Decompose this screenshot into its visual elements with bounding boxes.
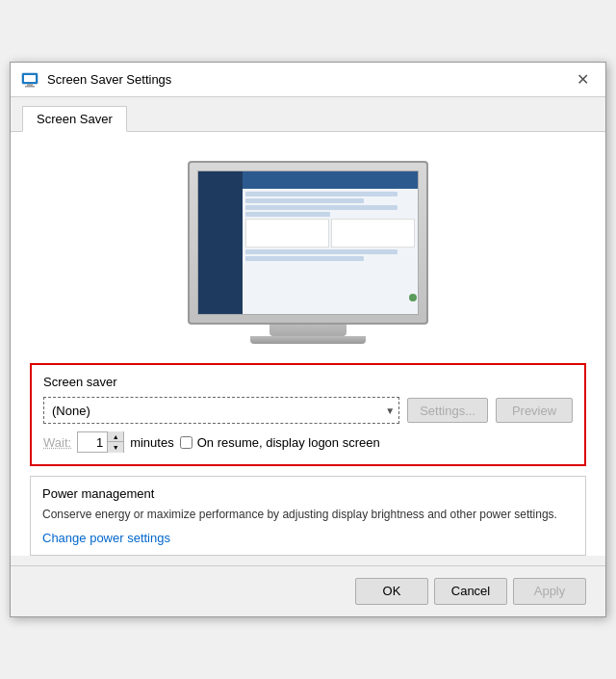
screen-row-group bbox=[245, 219, 415, 248]
wait-spinner: ▲ ▼ bbox=[77, 431, 124, 453]
screen-body bbox=[243, 189, 418, 314]
screen-topbar bbox=[243, 171, 418, 189]
logon-screen-label: On resume, display logon screen bbox=[197, 435, 380, 450]
preview-button[interactable]: Preview bbox=[496, 398, 573, 423]
tab-screen-saver[interactable]: Screen Saver bbox=[22, 106, 127, 132]
spinner-up-button[interactable]: ▲ bbox=[108, 431, 123, 442]
dropdown-row: (None) Bubbles Mystify Photos Ribbons Bl… bbox=[43, 397, 573, 424]
monitor-stand bbox=[270, 325, 346, 336]
tabs-bar: Screen Saver bbox=[11, 97, 605, 132]
window-title: Screen Saver Settings bbox=[47, 72, 171, 87]
svg-rect-2 bbox=[27, 84, 33, 86]
screen-saver-section: Screen saver (None) Bubbles Mystify Phot… bbox=[30, 363, 586, 466]
dialog-content: Screen saver (None) Bubbles Mystify Phot… bbox=[11, 132, 605, 556]
monitor-screen bbox=[197, 170, 419, 315]
ok-button[interactable]: OK bbox=[355, 578, 428, 605]
cancel-button[interactable]: Cancel bbox=[434, 578, 507, 605]
screen-saver-dropdown[interactable]: (None) Bubbles Mystify Photos Ribbons Bl… bbox=[44, 398, 398, 423]
preview-area bbox=[30, 151, 586, 363]
screen-saver-label: Screen saver bbox=[43, 375, 573, 389]
wait-value-input[interactable] bbox=[78, 432, 107, 452]
dialog-footer: OK Cancel Apply bbox=[11, 565, 605, 616]
screen-line bbox=[245, 192, 398, 196]
power-management-title: Power management bbox=[42, 486, 574, 501]
power-management-description: Conserve energy or maximize performance … bbox=[42, 507, 574, 523]
close-button[interactable]: ✕ bbox=[569, 66, 596, 93]
monitor-outer bbox=[188, 161, 428, 325]
wait-label: Wait: bbox=[43, 435, 71, 450]
screen-line bbox=[245, 198, 364, 203]
screen-preview bbox=[198, 171, 418, 314]
screen-saver-settings-dialog: Screen Saver Settings ✕ Screen Saver bbox=[10, 62, 606, 617]
window-icon bbox=[20, 70, 39, 90]
logon-screen-checkbox[interactable] bbox=[180, 436, 192, 449]
title-bar: Screen Saver Settings ✕ bbox=[11, 63, 605, 97]
minutes-label: minutes bbox=[130, 435, 174, 450]
title-bar-left: Screen Saver Settings bbox=[20, 70, 171, 90]
change-power-settings-link[interactable]: Change power settings bbox=[42, 531, 170, 545]
apply-button[interactable]: Apply bbox=[513, 578, 586, 605]
svg-rect-3 bbox=[25, 86, 35, 88]
spinner-arrows: ▲ ▼ bbox=[107, 431, 123, 453]
wait-row: Wait: ▲ ▼ minutes On resume, display log… bbox=[43, 431, 573, 453]
screen-col bbox=[331, 219, 415, 248]
spinner-down-button[interactable]: ▼ bbox=[108, 442, 123, 453]
logon-screen-checkbox-label[interactable]: On resume, display logon screen bbox=[180, 435, 380, 450]
monitor-base bbox=[250, 336, 366, 344]
settings-button[interactable]: Settings... bbox=[407, 398, 488, 423]
screen-line bbox=[245, 249, 398, 254]
screen-line bbox=[245, 212, 330, 217]
screen-line bbox=[245, 205, 398, 210]
svg-rect-1 bbox=[24, 75, 36, 82]
screen-col bbox=[245, 219, 329, 248]
power-management-section: Power management Conserve energy or maxi… bbox=[30, 476, 586, 556]
screen-line bbox=[245, 256, 364, 261]
screen-sidebar bbox=[198, 171, 243, 314]
screen-main bbox=[243, 171, 418, 314]
dropdown-wrapper: (None) Bubbles Mystify Photos Ribbons Bl… bbox=[43, 397, 399, 424]
monitor-container bbox=[188, 161, 428, 344]
